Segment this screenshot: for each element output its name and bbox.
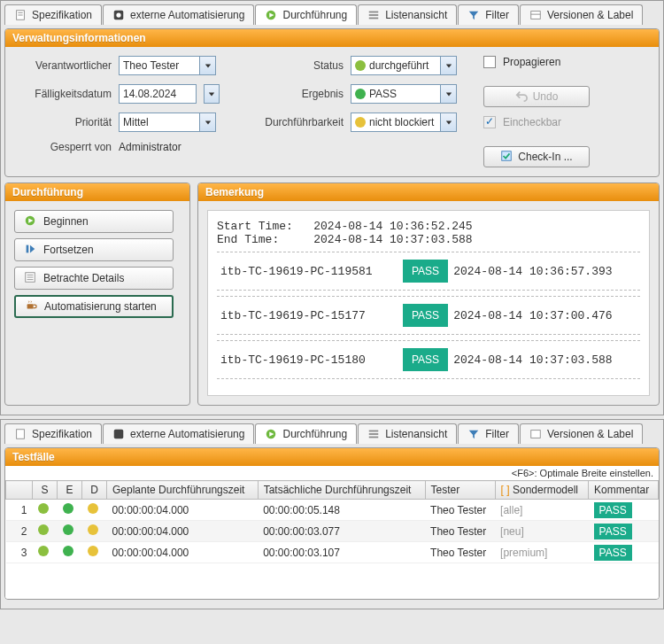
tab-listenansicht[interactable]: Listenansicht [358, 423, 457, 444]
status-dot-icon [88, 524, 98, 535]
btn-label: Beginnen [43, 215, 89, 228]
select-prioritaet[interactable]: Mittel [119, 113, 216, 132]
col-s[interactable]: S [33, 481, 58, 500]
exec-bemerkung-row: Durchführung Beginnen Fortsetzen Betrach… [4, 182, 660, 411]
date-picker-button[interactable] [204, 84, 220, 104]
col-tester[interactable]: Tester [425, 481, 495, 500]
col-num[interactable] [6, 481, 33, 500]
select-ergebnis[interactable]: PASS [351, 84, 457, 104]
tab-label: Filter [485, 428, 509, 440]
svg-marker-14 [209, 92, 214, 96]
cell-num: 1 [6, 500, 33, 521]
tab-label: Listenansicht [385, 428, 447, 440]
tab-label: Listenansicht [385, 9, 447, 21]
chevron-down-icon [205, 85, 219, 103]
cell-tester: Theo Tester [425, 521, 495, 542]
cell-e [58, 521, 82, 542]
step-id: itb-TC-19619-PC-15180 [220, 353, 398, 367]
input-faelligkeitsdatum[interactable]: 14.08.2024 [119, 84, 197, 104]
cell-sonder: [alle] [495, 500, 589, 521]
details-icon [24, 271, 36, 286]
end-time-value: 2024-08-14 10:37:03.588 [313, 233, 472, 246]
select-value: Theo Tester [123, 59, 179, 72]
checkin-button[interactable]: Check-In ... [483, 146, 590, 167]
btn-label: Betrachte Details [43, 272, 124, 284]
svg-rect-35 [369, 437, 379, 438]
col-kommentar[interactable]: Kommentar [589, 481, 659, 500]
tab-listenansicht[interactable]: Listenansicht [358, 4, 457, 25]
tag-icon [529, 9, 542, 21]
cell-tester: Theo Tester [425, 542, 495, 563]
tab-versionen[interactable]: Versionen & Label [520, 4, 643, 25]
step-row: itb-TC-19619-PC-15180PASS2024-08-14 10:3… [217, 340, 640, 379]
svg-rect-37 [531, 431, 541, 438]
select-value: durchgeführt [369, 59, 429, 72]
panel-header: Testfälle [5, 448, 659, 466]
tab-spezifikation[interactable]: Spezifikation [4, 4, 102, 25]
panel-header: Verwaltungsinformationen [5, 29, 659, 47]
tab-filter[interactable]: Filter [458, 4, 519, 25]
bemerkung-text-area[interactable]: Start Time: 2024-08-14 10:36:52.245 End … [207, 210, 650, 396]
chevron-down-icon [199, 113, 215, 131]
tab-externe-automatisierung[interactable]: externe Automatisierung [103, 423, 254, 444]
beginnen-button[interactable]: Beginnen [14, 210, 174, 233]
col-e[interactable]: E [58, 481, 82, 500]
table-row[interactable]: 300:00:00:04.00000:00:00:03.107Theo Test… [6, 542, 659, 563]
cell-s [33, 521, 58, 542]
svg-rect-22 [27, 244, 29, 252]
fortsetzen-button[interactable]: Fortsetzen [14, 238, 174, 261]
tab-versionen[interactable]: Versionen & Label [520, 423, 643, 444]
status-dot-icon [63, 503, 73, 514]
undo-button[interactable]: Undo [483, 86, 590, 107]
panel-header: Durchführung [5, 183, 189, 201]
svg-marker-16 [445, 64, 451, 67]
tab-durchfuehrung[interactable]: Durchführung [255, 423, 357, 444]
checkin-icon [500, 150, 513, 165]
table-row[interactable]: 200:00:00:04.00000:00:00:03.077Theo Test… [6, 521, 659, 542]
tab-label: Durchführung [282, 9, 347, 21]
checkbox-propagieren[interactable] [483, 56, 496, 68]
status-dot-icon [355, 89, 366, 99]
cell-planned: 00:00:00:04.000 [107, 521, 259, 542]
svg-rect-28 [27, 304, 34, 308]
col-sonder[interactable]: [ ] Sondermodell [495, 481, 589, 500]
cell-e [58, 500, 82, 521]
tab-filter[interactable]: Filter [458, 423, 519, 444]
step-timestamp: 2024-08-14 10:37:00.476 [453, 309, 637, 322]
automatisierung-starten-button[interactable]: Automatisierung starten [14, 295, 174, 318]
pass-badge: PASS [594, 545, 632, 561]
label-ergebnis: Ergebnis [246, 88, 344, 100]
tab-durchfuehrung[interactable]: Durchführung [255, 4, 357, 25]
chevron-down-icon [440, 85, 456, 103]
select-verantwortlicher[interactable]: Theo Tester [119, 56, 216, 75]
col-actual[interactable]: Tatsächliche Durchführungszeit [258, 481, 425, 500]
btn-label: Fortsetzen [43, 244, 94, 256]
cell-sonder: [neu] [495, 521, 589, 542]
cell-kommentar: PASS [589, 542, 659, 563]
panel-header: Bemerkung [198, 183, 659, 201]
value-gesperrt-von: Administrator [119, 141, 181, 153]
label-durchfuehrbarkeit: Durchführbarkeit [246, 116, 344, 128]
panel-body: Verantwortlicher Theo Tester Fälligkeits… [5, 47, 659, 176]
status-dot-icon [88, 546, 98, 556]
details-button[interactable]: Betrachte Details [14, 267, 174, 290]
label-eincheckbar: Eincheckbar [503, 116, 561, 128]
col-d[interactable]: D [82, 481, 107, 500]
tab-spezifikation[interactable]: Spezifikation [4, 423, 102, 444]
cell-kommentar: PASS [589, 521, 659, 542]
col-planned[interactable]: Geplante Durchführungszeit [107, 481, 259, 500]
bemerkung-wrapper: Start Time: 2024-08-14 10:36:52.245 End … [198, 201, 659, 405]
svg-marker-15 [205, 120, 210, 124]
select-value: nicht blockiert [369, 116, 434, 128]
tab-externe-automatisierung[interactable]: externe Automatisierung [103, 4, 254, 25]
select-durchfuehrbarkeit[interactable]: nicht blockiert [351, 113, 457, 132]
select-status[interactable]: durchgeführt [351, 56, 457, 75]
tab-label: Versionen & Label [547, 9, 633, 21]
label-status: Status [246, 59, 344, 72]
date-value: 14.08.2024 [123, 88, 176, 100]
cell-actual: 00:00:00:03.077 [258, 521, 425, 542]
filter-icon [467, 9, 480, 21]
select-value: PASS [369, 88, 397, 100]
cell-kommentar: PASS [589, 500, 659, 521]
table-row[interactable]: 100:00:00:04.00000:00:00:05.148Theo Test… [6, 500, 659, 521]
